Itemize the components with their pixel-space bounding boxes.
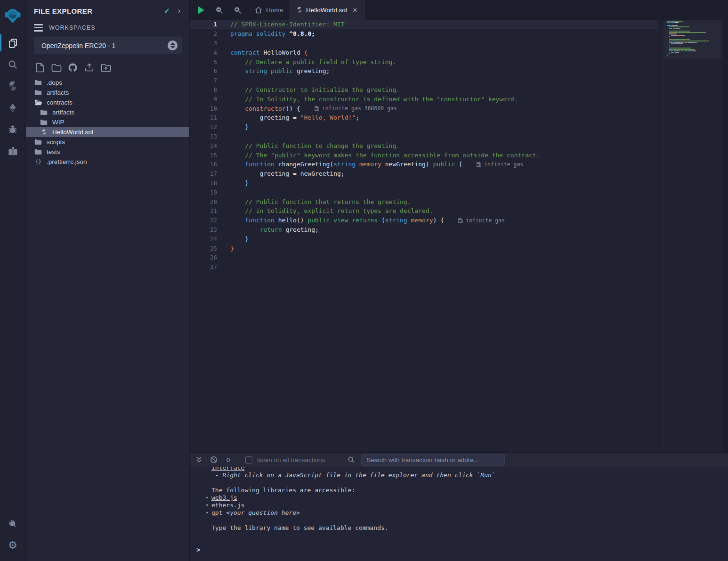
code-line[interactable]: 26 bbox=[190, 253, 657, 262]
tab-helloworld-sol[interactable]: HelloWorld.sol × bbox=[290, 0, 364, 20]
code-line[interactable]: 12 } bbox=[190, 122, 657, 132]
editor-scrollbar[interactable] bbox=[723, 20, 728, 452]
terminal-link[interactable]: ethers.js bbox=[211, 502, 244, 509]
home-icon bbox=[255, 7, 262, 14]
code-area[interactable]: 1// SPDX-License-Identifier: MIT2pragma … bbox=[190, 20, 657, 452]
code-line[interactable]: 17 greeting = newGreeting; bbox=[190, 169, 657, 179]
line-number: 1 bbox=[190, 21, 217, 28]
tree-item--deps[interactable]: .deps bbox=[26, 78, 189, 88]
terminal-expand-icon[interactable] bbox=[196, 456, 202, 463]
code-line[interactable]: 11 greeting = "Hello, World!"; bbox=[190, 113, 657, 122]
code-line[interactable]: 10 constructor() {infinite gas 368600 ga… bbox=[190, 104, 657, 113]
code-line[interactable]: 21 // In Solidity, explicit return types… bbox=[190, 206, 657, 216]
line-number: 22 bbox=[190, 217, 217, 224]
terminal-prompt[interactable]: > bbox=[195, 546, 728, 553]
line-content: function changeGreeting(string memory ne… bbox=[230, 161, 523, 168]
accept-check-icon[interactable]: ✓ bbox=[164, 7, 170, 16]
terminal-line: Type the library name to see available c… bbox=[195, 524, 728, 532]
terminal-link[interactable]: web3.js bbox=[211, 494, 237, 501]
tab-home[interactable]: Home bbox=[248, 0, 290, 20]
code-line[interactable]: 13 bbox=[190, 132, 657, 141]
line-content: } bbox=[230, 179, 249, 187]
workspace-sort-icon[interactable] bbox=[168, 41, 178, 50]
zoom-in-icon[interactable] bbox=[234, 6, 242, 14]
code-line[interactable]: 7 bbox=[190, 76, 657, 85]
line-number: 6 bbox=[190, 67, 217, 74]
zoom-out-icon[interactable] bbox=[215, 6, 223, 14]
file-explorer-icon[interactable] bbox=[0, 32, 26, 54]
code-line[interactable]: 27 bbox=[190, 262, 657, 272]
upload-file-icon[interactable] bbox=[83, 62, 96, 73]
line-number: 10 bbox=[190, 105, 217, 112]
search-icon[interactable] bbox=[0, 54, 26, 75]
code-line[interactable]: 1// SPDX-License-Identifier: MIT bbox=[190, 20, 657, 29]
file-toolbar bbox=[26, 54, 189, 76]
code-line[interactable]: 23 return greeting; bbox=[190, 225, 657, 235]
tree-item-artifacts[interactable]: artifacts bbox=[26, 88, 189, 98]
tree-item-artifacts[interactable]: artifacts bbox=[26, 107, 189, 117]
code-line[interactable]: 6 string public greeting; bbox=[190, 66, 657, 76]
panel-title: FILE EXPLORER bbox=[34, 7, 164, 15]
code-line[interactable]: 22 function hello() public view returns … bbox=[190, 216, 657, 225]
terminal-link[interactable]: interface bbox=[211, 467, 244, 471]
code-line[interactable]: 25} bbox=[190, 244, 657, 253]
collapse-chevron-icon[interactable]: › bbox=[178, 6, 181, 16]
terminal-panel: 0 listen on all transactions interface -… bbox=[190, 452, 728, 561]
new-file-icon[interactable] bbox=[33, 62, 46, 73]
run-script-button[interactable] bbox=[198, 6, 205, 14]
line-content: string public greeting; bbox=[230, 67, 330, 74]
plugin-manager-icon[interactable] bbox=[0, 513, 26, 535]
settings-gear-icon[interactable]: ⚙ bbox=[0, 535, 26, 556]
main-area: Home HelloWorld.sol × 1// SPDX-License-I… bbox=[190, 0, 728, 561]
folder-icon bbox=[34, 80, 42, 86]
line-number: 24 bbox=[190, 236, 217, 243]
code-line[interactable]: 14 // Public function to change the gree… bbox=[190, 141, 657, 150]
bullet-icon: • bbox=[205, 494, 209, 502]
code-line[interactable]: 15 // The "public" keyword makes the fun… bbox=[190, 150, 657, 160]
upload-folder-icon[interactable] bbox=[99, 62, 112, 73]
code-line[interactable]: 3 bbox=[190, 39, 657, 48]
panel-header: FILE EXPLORER ✓ › bbox=[26, 0, 189, 18]
terminal-search-input[interactable] bbox=[361, 454, 505, 466]
clear-console-icon[interactable] bbox=[210, 456, 218, 463]
line-content: greeting = "Hello, World!"; bbox=[230, 114, 359, 121]
code-line[interactable]: 2pragma solidity ^0.8.0; bbox=[190, 29, 657, 39]
new-folder-icon[interactable] bbox=[50, 62, 63, 73]
tree-item-wip[interactable]: WIP bbox=[26, 117, 189, 127]
activity-bar: ⚙ bbox=[0, 0, 26, 561]
code-line[interactable]: 8 // Constructor to initialize the greet… bbox=[190, 85, 657, 95]
line-content: // SPDX-License-Identifier: MIT bbox=[230, 21, 345, 28]
deploy-run-icon[interactable] bbox=[0, 97, 26, 119]
solidity-compiler-icon[interactable] bbox=[0, 75, 26, 97]
tab-close-icon[interactable]: × bbox=[353, 6, 357, 14]
code-line[interactable]: 18 } bbox=[190, 179, 657, 188]
terminal-output[interactable]: interface - Right click on a JavaScript … bbox=[190, 467, 728, 561]
line-number: 13 bbox=[190, 133, 217, 140]
line-number: 7 bbox=[190, 77, 217, 84]
workspace-select[interactable]: OpenZeppelin ERC20 - 1 bbox=[34, 37, 182, 54]
tree-item-tests[interactable]: tests bbox=[26, 147, 189, 157]
code-line[interactable]: 9 // In Solidity, the constructor is def… bbox=[190, 94, 657, 104]
tree-item-scripts[interactable]: scripts bbox=[26, 137, 189, 147]
code-editor[interactable]: 1// SPDX-License-Identifier: MIT2pragma … bbox=[190, 20, 728, 452]
github-icon[interactable] bbox=[66, 62, 79, 73]
code-line[interactable]: 16 function changeGreeting(string memory… bbox=[190, 160, 657, 169]
listen-transactions-checkbox[interactable] bbox=[245, 456, 252, 463]
debugger-icon[interactable] bbox=[0, 119, 26, 140]
code-line[interactable]: 19 bbox=[190, 187, 657, 197]
code-line[interactable]: 20 // Public function that returns the g… bbox=[190, 197, 657, 206]
tree-item--prettierrc-json[interactable]: {}.prettierrc.json bbox=[26, 157, 189, 167]
folder-icon bbox=[34, 89, 42, 96]
code-line[interactable]: 5 // Declare a public field of type stri… bbox=[190, 57, 657, 66]
remix-logo-icon[interactable] bbox=[0, 3, 26, 29]
tree-item-contracts[interactable]: contracts bbox=[26, 98, 189, 107]
code-line[interactable]: 24 } bbox=[190, 234, 657, 244]
tree-item-helloworld-sol[interactable]: HelloWorld.sol bbox=[26, 127, 189, 137]
code-line[interactable]: 4contract HelloWorld { bbox=[190, 48, 657, 57]
workspaces-menu-icon[interactable] bbox=[34, 24, 43, 32]
tree-item-label: contracts bbox=[47, 99, 73, 106]
learneth-icon[interactable] bbox=[0, 140, 26, 162]
transaction-count-badge: 0 bbox=[226, 456, 230, 463]
minimap[interactable] bbox=[663, 20, 722, 452]
line-content: function hello() public view returns (st… bbox=[230, 217, 505, 224]
